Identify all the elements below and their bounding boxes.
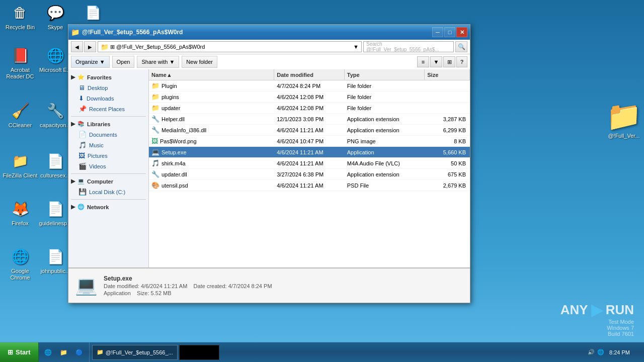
window-title: @!Full_Ver_$etup_5566_pAs$W0rd (82, 29, 432, 36)
windows-logo-icon: ⊞ (8, 348, 13, 356)
taskbar-ie-icon[interactable]: 🌐 (41, 345, 55, 359)
nav-item-desktop[interactable]: 🖥 Desktop (68, 82, 148, 93)
network-tray-icon[interactable]: 🌐 (597, 349, 604, 355)
desktop: 🗑 Recycle Bin 💬 Skype 📄 📕 AcrobatReader … (0, 0, 644, 362)
libraries-label: Libraries (87, 121, 110, 127)
desktop-icon-filezilla[interactable]: 📁 FileZilla Client (3, 151, 38, 179)
culturesex-icon: 📄 (45, 151, 65, 171)
maximize-button[interactable]: □ (444, 27, 455, 37)
address-bar: ◀ ▶ 📁 ⊞ @!Full_Ver_$etup_5566_pAs$W0rd ▼… (68, 40, 470, 54)
computer-section[interactable]: ▶ 💻 Computer (68, 176, 148, 187)
col-header-type[interactable]: Type (345, 69, 425, 80)
file-row-updater-dll[interactable]: 🔧 updater.dll 3/27/2024 6:38 PM Applicat… (149, 169, 470, 180)
nav-panel: ▶ ⭐ Favorites 🖥 Desktop ⬇ Downloads 📌 Re… (68, 69, 149, 267)
window-content: ▶ ⭐ Favorites 🖥 Desktop ⬇ Downloads 📌 Re… (68, 69, 470, 267)
guidelinesp-icon: 📄 (45, 199, 65, 219)
time-display: 8:24 PM (609, 349, 630, 355)
taskbar-right: 🔊 🌐 8:24 PM (583, 349, 644, 355)
nav-item-pictures[interactable]: 🖼 Pictures (68, 150, 148, 161)
nav-item-documents[interactable]: 📄 Documents (68, 129, 148, 140)
details-info: Setup.exe Date modified: 4/6/2024 11:21 … (104, 275, 272, 296)
taskbar-item-icon: 📁 (97, 349, 104, 355)
favorites-icon: ⭐ (77, 74, 85, 80)
anyrun-badge-2: Windows 7 (560, 325, 634, 331)
johnpublic-icon: 📄 (45, 246, 65, 266)
file-row-setup-exe[interactable]: 💻 Setup.exe 4/6/2024 11:21 AM Applicatio… (149, 147, 470, 158)
file-row-plugin[interactable]: 📁 Plugin 4/7/2024 8:24 PM File folder (149, 80, 470, 92)
new-folder-button[interactable]: New folder (182, 56, 217, 68)
details-file-icon: 💻 (73, 273, 99, 298)
search-input-box[interactable]: Search @!Full_Ver_$etup_5566_pAs$... (363, 41, 454, 52)
view-buttons: ≡ ▼ ⊞ ? (417, 56, 467, 67)
file-row-mediainfo-dll[interactable]: 🔧 MediaInfo_i386.dll 4/6/2024 11:21 AM A… (149, 125, 470, 136)
nav-item-recent-places[interactable]: 📌 Recent Places (68, 104, 148, 114)
libraries-section[interactable]: ▶ 📚 Libraries (68, 119, 148, 129)
desktop-icon-word[interactable]: 📄 (75, 3, 111, 24)
file-row-password-png[interactable]: 🖼 Pas$Word.png 4/6/2024 10:47 PM PNG ima… (149, 136, 470, 147)
desktop-icon-firefox[interactable]: 🦊 Firefox (3, 199, 38, 227)
psd-icon-utensil: 🎨 (151, 182, 159, 189)
libraries-expand-icon: ▶ (71, 121, 75, 127)
desktop-icon-recycle-bin[interactable]: 🗑 Recycle Bin (3, 3, 38, 31)
desktop-icon-ccleaner[interactable]: 🧹 CCleaner (3, 101, 38, 129)
nav-item-local-disk[interactable]: 💾 Local Disk (C:) (68, 187, 148, 197)
desktop-icon-fulver-folder[interactable]: 📁 @!Full_Ver... (606, 100, 641, 139)
network-section[interactable]: ▶ 🌐 Network (68, 202, 148, 212)
forward-button[interactable]: ▶ (84, 41, 96, 52)
start-button[interactable]: ⊞ Start (0, 342, 39, 362)
folder-icon-small: 📁 (101, 43, 109, 51)
desktop-icon-chrome[interactable]: 🌐 GoogleChrome (3, 246, 38, 281)
recycle-bin-icon: 🗑 (10, 3, 30, 23)
help-button[interactable]: ? (456, 56, 467, 67)
back-button[interactable]: ◀ (71, 41, 83, 52)
taskbar-edge-icon[interactable]: 🔵 (72, 345, 87, 359)
taskbar-explorer-icon[interactable]: 📁 (57, 345, 71, 359)
file-row-updater[interactable]: 📁 updater 4/6/2024 12:08 PM File folder (149, 103, 470, 114)
close-button[interactable]: ✕ (456, 27, 467, 37)
view-large-button[interactable]: ⊞ (443, 56, 455, 67)
taskbar-item-black[interactable] (179, 345, 219, 360)
nav-item-videos[interactable]: 🎬 Videos (68, 161, 148, 171)
minimize-button[interactable]: ─ (432, 27, 443, 37)
taskbar: ⊞ Start 🌐 📁 🔵 📁 @!Full_Ver_$etup_5566_..… (0, 342, 644, 362)
file-row-helper-dll[interactable]: 🔧 Helper.dll 12/1/2023 3:08 PM Applicati… (149, 114, 470, 125)
organize-button[interactable]: Organize ▼ (71, 56, 110, 68)
anyrun-badge-3: Build 7601 (560, 331, 634, 337)
col-header-name[interactable]: Name ▲ (149, 69, 274, 80)
taskbar-item-explorer[interactable]: 📁 @!Full_Ver_$etup_5566_... (92, 345, 178, 360)
acrobat-icon: 📕 (10, 45, 30, 65)
clock-time: 8:24 PM (609, 349, 630, 355)
folder-icon-updater: 📁 (151, 104, 159, 112)
column-headers: Name ▲ Date modified Type Size (149, 69, 470, 80)
anyrun-play-icon: ▶ (591, 301, 603, 319)
nav-divider-1 (71, 116, 146, 117)
chrome-icon: 🌐 (10, 246, 30, 266)
nav-item-downloads[interactable]: ⬇ Downloads (68, 93, 148, 104)
nav-item-music[interactable]: 🎵 Music (68, 140, 148, 150)
favorites-section[interactable]: ▶ ⭐ Favorites (68, 72, 148, 82)
file-row-shirk-m4a[interactable]: 🎵 shirk.m4a 4/6/2024 11:21 AM M4A Audio … (149, 158, 470, 169)
anyrun-run-text: RUN (606, 302, 634, 318)
network-expand-icon: ▶ (71, 204, 75, 210)
file-row-plugins[interactable]: 📁 plugins 4/6/2024 12:08 PM File folder (149, 92, 470, 103)
volume-icon[interactable]: 🔊 (588, 349, 595, 355)
sharewith-dropdown-icon: ▼ (169, 59, 175, 65)
view-list-button[interactable]: ≡ (417, 56, 429, 67)
recent-places-nav-icon: 📌 (78, 105, 87, 113)
file-row-utensil-psd[interactable]: 🎨 utensil.psd 4/6/2024 11:21 AM PSD File… (149, 180, 470, 191)
col-header-date[interactable]: Date modified (274, 69, 345, 80)
taskbar-items: 📁 @!Full_Ver_$etup_5566_... (90, 342, 583, 362)
address-path[interactable]: 📁 ⊞ @!Full_Ver_$etup_5566_pAs$W0rd ▼ (98, 41, 362, 52)
network-nav-icon: 🌐 (77, 204, 85, 210)
col-header-size[interactable]: Size (425, 69, 470, 80)
view-dropdown-button[interactable]: ▼ (430, 56, 442, 67)
open-button[interactable]: Open (112, 56, 135, 68)
share-with-button[interactable]: Share with ▼ (137, 56, 179, 68)
window-controls: ─ □ ✕ (432, 27, 467, 37)
file-panel: Name ▲ Date modified Type Size (149, 69, 470, 267)
desktop-icon-acrobat[interactable]: 📕 AcrobatReader DC (3, 45, 38, 80)
firefox-icon: 🦊 (10, 199, 30, 219)
search-button[interactable]: 🔍 (455, 41, 467, 52)
dll-icon-helper: 🔧 (151, 115, 159, 123)
anyrun-badge-1: Test Mode (560, 319, 634, 325)
